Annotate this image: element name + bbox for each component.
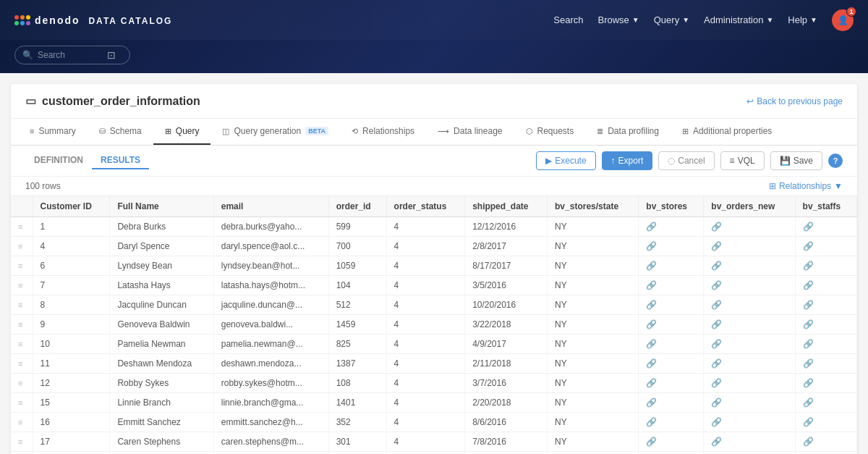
cell-bv-staffs[interactable]: 🔗 xyxy=(795,354,856,374)
cell-bv-stores[interactable]: 🔗 xyxy=(639,354,704,374)
tab-schema[interactable]: ⛁ Schema xyxy=(88,119,153,145)
subtab-definition[interactable]: DEFINITION xyxy=(25,152,92,169)
cell-bv-orders-new[interactable]: 🔗 xyxy=(704,432,795,452)
help-button[interactable]: ? xyxy=(828,154,843,168)
cell-bv-stores[interactable]: 🔗 xyxy=(639,335,704,354)
cell-bv-staffs[interactable]: 🔗 xyxy=(795,295,856,315)
qr-icon[interactable]: ⊡ xyxy=(107,49,116,61)
cell-bv-orders-new[interactable]: 🔗 xyxy=(704,217,795,237)
nav-browse[interactable]: Browse ▼ xyxy=(597,14,639,25)
search-wrapper[interactable]: 🔍 ⊡ xyxy=(14,46,130,64)
vql-button[interactable]: ≡ VQL xyxy=(720,151,765,170)
row-menu-cell[interactable]: ≡ xyxy=(11,452,33,455)
row-menu-cell[interactable]: ≡ xyxy=(11,374,33,393)
nav-search[interactable]: Search xyxy=(553,14,583,25)
tab-requests[interactable]: ⬡ Requests xyxy=(514,119,586,145)
cell-order-id: 108 xyxy=(328,374,386,393)
row-menu-cell[interactable]: ≡ xyxy=(11,413,33,432)
execute-button[interactable]: ▶ Execute xyxy=(536,151,595,170)
cell-bv-stores[interactable]: 🔗 xyxy=(639,413,704,432)
cell-bv-staffs[interactable]: 🔗 xyxy=(795,413,856,432)
cell-bv-stores[interactable]: 🔗 xyxy=(639,315,704,335)
cell-bv-orders-new[interactable]: 🔗 xyxy=(704,256,795,276)
cancel-button[interactable]: ◌ Cancel xyxy=(658,151,714,170)
cell-bv-staffs[interactable]: 🔗 xyxy=(795,374,856,393)
row-menu-cell[interactable]: ≡ xyxy=(11,237,33,256)
row-menu-cell[interactable]: ≡ xyxy=(11,335,33,354)
row-menu-cell[interactable]: ≡ xyxy=(11,217,33,237)
tab-additional-properties[interactable]: ⊞ Additional properties xyxy=(671,119,783,145)
cell-bv-staffs[interactable]: 🔗 xyxy=(795,335,856,354)
th-bv-orders-new[interactable]: bv_orders_new xyxy=(704,196,795,217)
cell-order-status: 4 xyxy=(386,335,465,354)
tab-relationships[interactable]: ⟲ Relationships xyxy=(340,119,426,145)
th-order-status[interactable]: order_status xyxy=(386,196,465,217)
nav-administration[interactable]: Administration ▼ xyxy=(704,14,773,25)
table-header-row: Customer ID Full Name email order_id ord… xyxy=(11,196,857,217)
cell-bv-stores[interactable]: 🔗 xyxy=(639,276,704,295)
cell-bv-stores[interactable]: 🔗 xyxy=(639,217,704,237)
cell-bv-orders-new[interactable]: 🔗 xyxy=(704,452,795,455)
cell-bv-staffs[interactable]: 🔗 xyxy=(795,452,856,455)
tab-query[interactable]: ⊞ Query xyxy=(153,119,211,145)
cell-bv-orders-new[interactable]: 🔗 xyxy=(704,237,795,256)
cell-bv-orders-new[interactable]: 🔗 xyxy=(704,276,795,295)
cell-shipped-date: 2/11/2018 xyxy=(465,354,548,374)
row-menu-cell[interactable]: ≡ xyxy=(11,393,33,413)
th-shipped-date[interactable]: shipped_date xyxy=(465,196,548,217)
relationships-button[interactable]: ⊞ Relationships ▼ xyxy=(769,181,843,191)
cell-bv-orders-new[interactable]: 🔗 xyxy=(704,374,795,393)
back-link[interactable]: ↩ Back to previous page xyxy=(746,96,843,106)
cell-bv-staffs[interactable]: 🔗 xyxy=(795,276,856,295)
export-button[interactable]: ↑ Export xyxy=(602,151,653,170)
query-actions: ▶ Execute ↑ Export ◌ Cancel ≡ VQL 💾 S xyxy=(536,151,843,170)
beta-badge: BETA xyxy=(305,127,328,135)
cell-bv-stores[interactable]: 🔗 xyxy=(639,452,704,455)
cell-bv-orders-new[interactable]: 🔗 xyxy=(704,295,795,315)
th-bv-stores-state[interactable]: bv_stores/state xyxy=(548,196,639,217)
row-menu-cell[interactable]: ≡ xyxy=(11,256,33,276)
tab-data-profiling[interactable]: ≣ Data profiling xyxy=(585,119,671,145)
row-menu-cell[interactable]: ≡ xyxy=(11,276,33,295)
browse-chevron-icon: ▼ xyxy=(632,16,639,24)
cell-bv-orders-new[interactable]: 🔗 xyxy=(704,354,795,374)
tab-data-lineage[interactable]: ⟶ Data lineage xyxy=(426,119,514,145)
cell-bv-stores[interactable]: 🔗 xyxy=(639,256,704,276)
cell-bv-orders-new[interactable]: 🔗 xyxy=(704,393,795,413)
cell-bv-stores[interactable]: 🔗 xyxy=(639,393,704,413)
row-menu-cell[interactable]: ≡ xyxy=(11,295,33,315)
cell-bv-staffs[interactable]: 🔗 xyxy=(795,432,856,452)
row-menu-cell[interactable]: ≡ xyxy=(11,354,33,374)
cell-bv-staffs[interactable]: 🔗 xyxy=(795,256,856,276)
cell-bv-stores[interactable]: 🔗 xyxy=(639,295,704,315)
cell-bv-orders-new[interactable]: 🔗 xyxy=(704,335,795,354)
th-order-id[interactable]: order_id xyxy=(328,196,386,217)
cell-bv-stores[interactable]: 🔗 xyxy=(639,374,704,393)
tab-query-generation[interactable]: ◫ Query generation BETA xyxy=(210,119,340,145)
cell-bv-orders-new[interactable]: 🔗 xyxy=(704,413,795,432)
th-email[interactable]: email xyxy=(213,196,328,217)
cell-bv-orders-new[interactable]: 🔗 xyxy=(704,315,795,335)
bv-stores-link-icon: 🔗 xyxy=(646,358,657,369)
th-full-name[interactable]: Full Name xyxy=(110,196,213,217)
bv-staffs-link-icon: 🔗 xyxy=(803,398,814,408)
search-input[interactable] xyxy=(38,50,103,60)
tab-summary[interactable]: ≡ Summary xyxy=(18,119,88,145)
cell-bv-staffs[interactable]: 🔗 xyxy=(795,217,856,237)
cell-bv-staffs[interactable]: 🔗 xyxy=(795,393,856,413)
th-bv-staffs[interactable]: bv_staffs xyxy=(795,196,856,217)
row-menu-cell[interactable]: ≡ xyxy=(11,432,33,452)
row-menu-cell[interactable]: ≡ xyxy=(11,315,33,335)
cell-bv-stores[interactable]: 🔗 xyxy=(639,237,704,256)
nav-query[interactable]: Query ▼ xyxy=(654,14,689,25)
cell-bv-staffs[interactable]: 🔗 xyxy=(795,237,856,256)
subtab-results[interactable]: RESULTS xyxy=(92,152,149,169)
nav-help[interactable]: Help ▼ xyxy=(788,14,817,25)
cell-bv-stores[interactable]: 🔗 xyxy=(639,432,704,452)
bv-orders-link-icon: 🔗 xyxy=(711,398,722,408)
cell-bv-staffs[interactable]: 🔗 xyxy=(795,315,856,335)
save-button[interactable]: 💾 Save xyxy=(770,151,822,170)
th-customer-id[interactable]: Customer ID xyxy=(33,196,110,217)
th-bv-stores[interactable]: bv_stores xyxy=(639,196,704,217)
user-avatar[interactable]: 👤 1 xyxy=(832,9,854,31)
